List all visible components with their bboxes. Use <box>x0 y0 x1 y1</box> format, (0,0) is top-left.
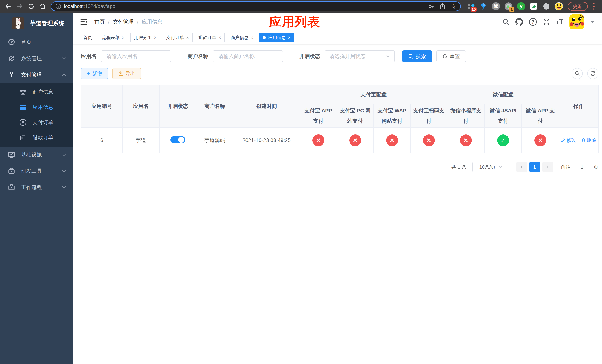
home-icon[interactable] <box>37 1 48 11</box>
grid-table-icon <box>19 104 27 110</box>
next-page-button[interactable] <box>542 162 553 172</box>
caret-down-icon[interactable] <box>591 21 595 23</box>
dashboard-icon <box>8 39 15 46</box>
col-status: 开启状态 <box>159 85 196 128</box>
sidebar-item-payment[interactable]: ¥ 支付管理 <box>0 67 73 83</box>
tab-user-group[interactable]: 用户分组× <box>130 33 160 43</box>
page-size-select[interactable]: 10条/页 <box>473 162 509 172</box>
pagination: 共 1 条 10条/页 1 前往 页 <box>81 162 598 172</box>
col-wx-app: 微信 APP 支付 <box>522 104 559 128</box>
status-toggle[interactable] <box>171 136 185 143</box>
cell-wx-mini <box>447 128 484 153</box>
tab-app-info[interactable]: 应用信息× <box>259 33 294 43</box>
share-icon[interactable] <box>440 3 446 10</box>
cell-alipay-qr <box>410 128 447 153</box>
add-button[interactable]: + 新增 <box>81 68 108 79</box>
status-label: 开启状态 <box>299 53 320 60</box>
chrome-menu-icon[interactable] <box>591 3 596 10</box>
status-select[interactable]: 请选择开启状态 <box>324 50 395 62</box>
document-copy-icon <box>19 134 27 141</box>
sidebar-item-infrastructure[interactable]: 基础设施 <box>0 147 73 163</box>
tab-home[interactable]: 首页 <box>80 33 96 43</box>
forward-icon[interactable] <box>14 1 25 11</box>
store-icon <box>19 89 27 95</box>
site-info-icon[interactable] <box>55 3 61 9</box>
puzzle-extensions-menu-icon[interactable] <box>542 2 551 11</box>
page-title-annotation: 应用列表 <box>269 13 320 30</box>
export-button[interactable]: 导出 <box>112 68 141 79</box>
y-extension-icon[interactable]: y <box>517 2 526 11</box>
merchant-name-input[interactable] <box>213 50 283 62</box>
search-button[interactable]: 搜索 <box>402 50 432 62</box>
col-alipay-qr: 支付宝扫码支付 <box>410 104 447 128</box>
sidebar-item-refund-orders[interactable]: 退款订单 <box>0 130 73 145</box>
download-icon <box>118 71 123 76</box>
tab-payment-orders[interactable]: 支付订单× <box>162 33 193 43</box>
cell-wx-jsapi <box>484 128 522 153</box>
tab-merchant-info[interactable]: 商户信息× <box>227 33 257 43</box>
sidebar-item-payment-orders[interactable]: ¥ 支付订单 <box>0 115 73 130</box>
github-icon[interactable] <box>515 18 523 26</box>
refresh-table-button[interactable] <box>587 68 598 79</box>
sidebar-item-system[interactable]: 系统管理 <box>0 50 73 67</box>
bookmark-star-icon[interactable]: ☆ <box>451 3 456 10</box>
reset-button[interactable]: 重置 <box>436 50 466 62</box>
chevron-up-icon <box>62 73 66 77</box>
chrome-update-button[interactable]: 更新 <box>568 2 588 11</box>
kite-extension-icon[interactable] <box>479 2 488 11</box>
tab-refund-orders[interactable]: 退款订单× <box>195 33 225 43</box>
delete-link[interactable]: 删除 <box>581 137 596 143</box>
close-icon[interactable]: × <box>186 35 189 40</box>
breadcrumb-current: 应用信息 <box>142 18 162 25</box>
url-bar[interactable]: localhost:1024/pay/app ☆ <box>51 1 461 11</box>
font-size-icon[interactable]: TT <box>556 18 563 26</box>
cell-app-name: 芋道 <box>122 128 159 153</box>
cell-alipay-wap <box>374 128 410 153</box>
search-icon[interactable] <box>502 18 509 25</box>
tab-process-form[interactable]: 流程表单× <box>98 33 128 43</box>
cell-merchant: 芋道源码 <box>196 128 233 153</box>
status-fail-icon <box>423 134 435 146</box>
back-icon[interactable] <box>3 1 13 11</box>
sidebar-fold-icon[interactable] <box>80 18 88 26</box>
password-key-icon[interactable] <box>428 3 435 10</box>
help-icon[interactable]: ? <box>529 18 537 26</box>
grid-extension-icon[interactable]: 10 <box>466 2 475 11</box>
breadcrumb-home[interactable]: 首页 <box>94 18 105 25</box>
col-alipay-app: 支付宝 APP 支付 <box>300 104 337 128</box>
sidebar-logo: 芋道管理系统 <box>0 13 73 34</box>
app-title: 芋道管理系统 <box>30 20 64 27</box>
breadcrumb-payment[interactable]: 支付管理 <box>113 18 134 25</box>
chevron-down-icon <box>62 169 66 173</box>
session-extension-icon[interactable]: 1 <box>504 2 513 11</box>
avatar[interactable] <box>570 14 584 29</box>
sidebar-item-dev-tools[interactable]: 研发工具 <box>0 163 73 179</box>
col-merchant: 商户名称 <box>196 85 233 128</box>
notes-extension-icon[interactable] <box>529 2 538 11</box>
url-text[interactable]: localhost:1024/pay/app <box>64 3 425 9</box>
page-number-1[interactable]: 1 <box>529 162 540 172</box>
fullscreen-icon[interactable] <box>543 18 550 26</box>
close-icon[interactable]: × <box>251 35 253 40</box>
sidebar-item-workflow[interactable]: 工作流程 <box>0 179 73 195</box>
sidebar-item-merchant-info[interactable]: 商户信息 <box>0 85 73 100</box>
cell-alipay-pc <box>337 128 374 153</box>
command-extension-icon[interactable]: ⌘ <box>492 2 500 11</box>
sidebar-item-home[interactable]: 首页 <box>0 34 73 50</box>
app-name-input[interactable] <box>101 50 171 62</box>
profile-emoji-icon[interactable] <box>554 2 563 11</box>
sidebar-item-app-info[interactable]: 应用信息 <box>0 100 73 115</box>
plus-icon: + <box>87 70 90 77</box>
close-icon[interactable]: × <box>154 35 157 40</box>
briefcase-icon <box>8 184 15 191</box>
reload-icon[interactable] <box>26 1 36 11</box>
close-icon[interactable]: × <box>288 35 291 40</box>
close-icon[interactable]: × <box>218 35 221 40</box>
cell-wx-app <box>522 128 559 153</box>
show-search-toggle-button[interactable] <box>572 68 583 79</box>
goto-page-input[interactable] <box>574 162 590 172</box>
edit-link[interactable]: 修改 <box>561 137 576 143</box>
col-actions: 操作 <box>559 85 599 128</box>
close-icon[interactable]: × <box>122 35 124 40</box>
prev-page-button[interactable] <box>516 162 527 172</box>
